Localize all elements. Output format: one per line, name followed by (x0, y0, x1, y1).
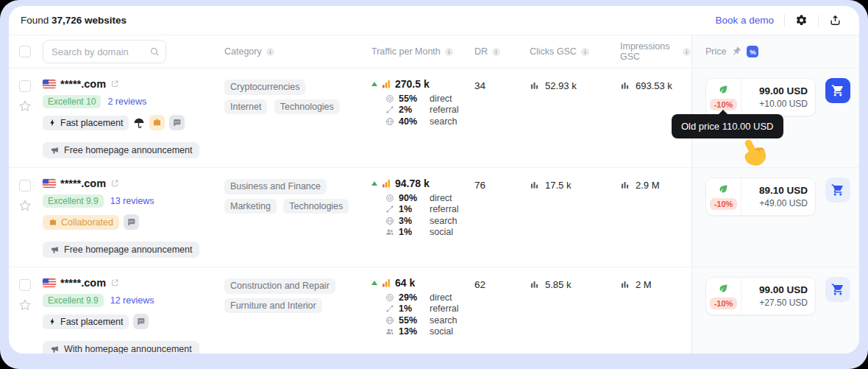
impressions-cell: 2.9 M (620, 168, 691, 267)
search-input[interactable] (43, 40, 166, 63)
column-clicks: Clicks GSC (530, 46, 620, 57)
settings-button[interactable] (795, 14, 808, 27)
favorite-star-icon[interactable] (18, 298, 32, 312)
marketplace-panel: Found 37,726 websites Book a demo Catego… (9, 6, 859, 354)
select-all-checkbox[interactable] (19, 46, 31, 57)
price-value: 99.00 USD (759, 85, 808, 96)
discount-filter-icon[interactable]: % (747, 46, 758, 57)
traffic-stat: 55%search (385, 314, 474, 326)
results-count: Found 37,726 websites (21, 15, 127, 26)
category-cell: Cryptocurrencies Internet Technologies (224, 68, 371, 167)
row-checkbox[interactable] (19, 279, 31, 291)
info-icon[interactable] (266, 47, 275, 57)
info-icon[interactable] (444, 47, 454, 57)
announcement-badge: Free homepage announcement (43, 242, 199, 258)
category-tag: Cryptocurrencies (224, 80, 305, 95)
announcement-badge: Free homepage announcement (43, 142, 199, 158)
export-button[interactable] (829, 14, 842, 27)
table-row: *****.com Excellent 9.9 12 reviews Fast … (9, 267, 859, 354)
rating-badge: Excellent 9.9 (43, 294, 104, 307)
row-checkbox[interactable] (19, 80, 31, 92)
column-dr: DR (474, 46, 530, 57)
rating-badge: Excellent 10 (43, 95, 101, 108)
add-to-cart-button[interactable] (825, 277, 850, 302)
favorite-star-icon[interactable] (18, 199, 32, 212)
info-icon[interactable] (682, 47, 691, 57)
page-background: Found 37,726 websites Book a demo Catego… (0, 0, 868, 369)
domain-name[interactable]: *****.com (60, 178, 106, 189)
traffic-stat: 2%referral (385, 105, 474, 116)
umbrella-icon (133, 117, 145, 129)
results-count-value: 37,726 websites (51, 15, 127, 26)
cart-icon (831, 84, 844, 97)
megaphone-icon (50, 146, 60, 155)
discount-badge[interactable]: -10% (710, 198, 738, 210)
referral-icon (385, 105, 394, 114)
category-tag: Internet (224, 99, 267, 115)
reviews-link[interactable]: 2 reviews (107, 96, 146, 107)
traffic-stat: 13%social (385, 326, 474, 338)
cart-icon (831, 183, 844, 197)
bar-chart-icon (620, 80, 630, 90)
pointing-hand-cursor (738, 138, 770, 170)
megaphone-icon (50, 345, 60, 354)
social-icon (385, 228, 394, 236)
domain-name[interactable]: *****.com (60, 277, 106, 289)
dr-value: 76 (474, 168, 530, 267)
search-globe-icon (385, 217, 394, 225)
price-extra: +49.00 USD (759, 198, 808, 208)
column-category: Category (224, 46, 371, 57)
chat-icon-badge[interactable] (133, 314, 149, 329)
price-card[interactable]: -10% 99.00 USD +27.50 USD (705, 277, 816, 315)
rating-badge: Excellent 9.9 (43, 194, 104, 208)
column-price: Price % (691, 35, 859, 68)
add-to-cart-button[interactable] (825, 78, 850, 103)
reviews-link[interactable]: 12 reviews (110, 295, 154, 306)
favorite-star-icon[interactable] (18, 99, 32, 113)
category-tag: Technologies (274, 99, 340, 115)
briefcase-icon (152, 118, 162, 127)
category-tag: Furniture and Interior (224, 298, 322, 314)
us-flag-icon (43, 278, 56, 288)
chat-icon (127, 217, 136, 227)
add-to-cart-button[interactable] (825, 178, 850, 203)
fast-placement-badge: Fast placement (43, 116, 129, 130)
traffic-stat: 90%direct (385, 192, 474, 204)
reviews-link[interactable]: 13 reviews (110, 196, 154, 206)
referral-icon (385, 205, 394, 214)
direct-icon (385, 94, 394, 103)
traffic-stat: 1%referral (385, 303, 474, 315)
megaphone-icon (50, 245, 60, 255)
info-icon[interactable] (491, 47, 501, 57)
external-link-icon[interactable] (110, 80, 119, 88)
cart-icon (831, 283, 844, 296)
chat-icon-badge[interactable] (124, 214, 139, 230)
external-link-icon[interactable] (110, 278, 119, 287)
discount-badge[interactable]: -10% (710, 99, 738, 110)
discount-badge[interactable]: -10% (710, 298, 738, 309)
external-link-icon[interactable] (110, 179, 119, 188)
traffic-bars-icon (381, 278, 391, 288)
traffic-cell: 64 k 29%direct 1%referral 55%search 13%s… (371, 267, 474, 354)
traffic-stat: 29%direct (385, 292, 474, 303)
row-checkbox[interactable] (19, 180, 31, 191)
price-cell: -10% 99.00 USD +10.00 USD Old price 110.… (691, 68, 859, 167)
column-traffic: Traffic per Month (371, 46, 474, 57)
upload-icon (829, 14, 842, 27)
bar-chart-icon (530, 279, 539, 289)
eco-leaf-icon (718, 84, 729, 95)
price-card[interactable]: -10% 89.10 USD +49.00 USD (705, 178, 816, 216)
search-icon (149, 46, 160, 57)
fast-placement-badge: Fast placement (43, 314, 129, 329)
chat-icon-badge[interactable] (169, 115, 185, 130)
dr-value: 34 (474, 68, 530, 167)
book-demo-link[interactable]: Book a demo (715, 15, 774, 26)
pin-icon[interactable] (731, 46, 741, 57)
category-tag: Technologies (283, 199, 349, 214)
info-icon[interactable] (580, 47, 590, 57)
traffic-stat: 40%search (385, 116, 474, 127)
domain-name[interactable]: *****.com (60, 78, 106, 90)
divider (818, 15, 819, 27)
chat-icon (136, 317, 146, 326)
price-cell: -10% 89.10 USD +49.00 USD (691, 168, 859, 267)
